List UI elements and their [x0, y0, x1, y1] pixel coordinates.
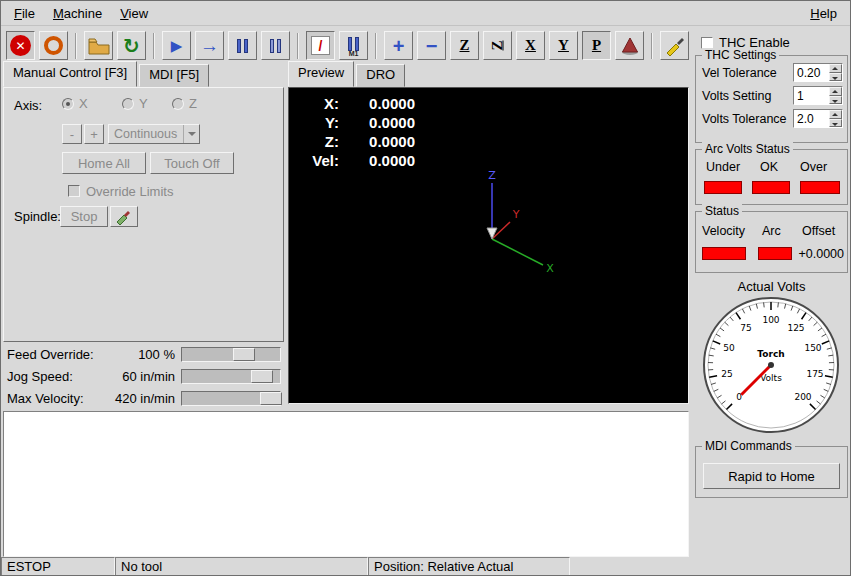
tab-manual-control[interactable]: Manual Control [F3] [3, 61, 137, 87]
radio-circle [122, 98, 134, 110]
skip-lines-toggle[interactable]: / [306, 31, 335, 60]
brush-icon [663, 34, 687, 58]
zoom-in-button[interactable]: + [384, 31, 413, 60]
run-button[interactable]: ▶ [162, 31, 191, 60]
offset-value: +0.0000 [792, 247, 844, 261]
rapid-to-home-button[interactable]: Rapid to Home [703, 463, 840, 489]
clear-plot-button[interactable] [660, 31, 689, 60]
chevron-down-icon [183, 125, 199, 143]
tab-preview[interactable]: Preview [288, 61, 354, 87]
axis-radio-y[interactable]: Y [122, 96, 148, 111]
view-z-rotated-button[interactable]: Z [483, 31, 512, 60]
tab-mdi[interactable]: MDI [F5] [139, 64, 209, 87]
spin-up-button[interactable] [829, 87, 842, 96]
reload-icon: ↻ [123, 36, 140, 56]
override-limits-label: Override Limits [86, 184, 173, 199]
zoom-out-button[interactable]: − [417, 31, 446, 60]
arc-under-led [704, 181, 742, 194]
volts-tolerance-spinbox[interactable]: 2.0 [793, 109, 843, 128]
preview-canvas[interactable]: X:0.0000 Y:0.0000 Z:0.0000 Vel:0.0000 Z … [288, 87, 689, 404]
velocity-label: Velocity [702, 224, 745, 238]
spin-down-button[interactable] [829, 119, 842, 128]
slider-thumb[interactable] [233, 348, 255, 361]
view-z-rotated-icon: Z [489, 40, 506, 50]
jog-speed-slider[interactable] [181, 369, 281, 384]
menu-file[interactable]: File [5, 3, 44, 24]
slider-thumb[interactable] [260, 392, 282, 405]
readout-row: X:0.0000 [299, 94, 415, 113]
view-y-button[interactable]: Y [549, 31, 578, 60]
max-velocity-value: 420 in/min [89, 391, 175, 406]
spindle-settings-button[interactable] [110, 206, 138, 227]
menu-view[interactable]: View [111, 3, 157, 24]
estop-icon: ✕ [10, 35, 31, 56]
stop-button[interactable] [261, 31, 290, 60]
spin-down-button[interactable] [829, 73, 842, 82]
radio-circle [172, 98, 184, 110]
volts-setting-label: Volts Setting [702, 89, 772, 103]
spin-down-button[interactable] [829, 96, 842, 105]
menu-help[interactable]: Help [801, 3, 846, 24]
tool-status-cell: No tool [115, 557, 368, 576]
axis-radio-x[interactable]: X [62, 96, 88, 111]
max-velocity-slider[interactable] [181, 391, 281, 406]
arc-volts-status-group: Arc Volts Status Under OK Over [695, 149, 848, 205]
touch-off-button[interactable]: Touch Off [150, 152, 234, 174]
reload-button[interactable]: ↻ [117, 31, 146, 60]
axis-radio-z[interactable]: Z [172, 96, 197, 111]
menubar: File Machine View Help [1, 1, 850, 26]
tab-dro[interactable]: DRO [356, 64, 405, 87]
home-all-button[interactable]: Home All [62, 152, 146, 174]
position-status-cell: Position: Relative Actual [368, 557, 570, 576]
optional-stop-toggle[interactable]: M1 [339, 31, 368, 60]
mdi-commands-group: MDI Commands Rapid to Home [695, 446, 848, 498]
axis-label: Axis: [14, 98, 42, 113]
view-z-button[interactable]: Z [450, 31, 479, 60]
rotate-view-button[interactable] [615, 31, 644, 60]
view-perspective-icon: P [592, 37, 601, 54]
machine-power-button[interactable] [39, 31, 68, 60]
toolbar-separator [651, 33, 653, 59]
svg-text:175: 175 [806, 369, 823, 379]
vel-tolerance-spinbox[interactable]: 0.20 [793, 63, 843, 82]
readout-row: Y:0.0000 [299, 113, 415, 132]
estop-button[interactable]: ✕ [6, 31, 35, 60]
toolbar-separator [75, 33, 77, 59]
menu-machine[interactable]: Machine [44, 3, 111, 24]
jog-plus-button[interactable]: + [84, 124, 104, 144]
view-x-button[interactable]: X [516, 31, 545, 60]
view-x-icon: X [525, 37, 536, 54]
manual-control-panel: Axis: X Y Z - + Continuous Home All Touc… [3, 87, 284, 342]
jog-increment-select[interactable]: Continuous [108, 124, 200, 144]
position-readout: X:0.0000 Y:0.0000 Z:0.0000 Vel:0.0000 [299, 94, 415, 170]
open-file-button[interactable] [84, 31, 113, 60]
arc-over-label: Over [800, 160, 827, 174]
arc-over-led [800, 181, 840, 194]
pause-button[interactable] [228, 31, 257, 60]
feed-override-slider[interactable] [181, 347, 281, 362]
volts-setting-spinbox[interactable]: 1 [793, 86, 843, 105]
x-axis-line [492, 239, 543, 265]
message-history[interactable] [3, 411, 689, 557]
override-limits-checkbox[interactable] [68, 185, 80, 197]
spindle-stop-button[interactable]: Stop [60, 206, 108, 227]
svg-text:125: 125 [787, 323, 804, 333]
thc-enable-checkbox[interactable] [701, 37, 713, 49]
step-button[interactable]: → [195, 31, 224, 60]
spin-up-button[interactable] [829, 64, 842, 73]
spin-up-button[interactable] [829, 110, 842, 119]
radio-circle [62, 98, 74, 110]
minus-icon: − [426, 36, 438, 56]
jog-increment-value: Continuous [109, 127, 183, 141]
axis-y-label: Y [139, 96, 148, 111]
power-icon [44, 36, 63, 55]
view-y-icon: Y [558, 37, 569, 54]
svg-text:25: 25 [721, 369, 732, 379]
preview-axes: Z Y X [437, 169, 567, 279]
override-sliders: Feed Override: 100 % Jog Speed: 60 in/mi… [3, 345, 284, 409]
slider-thumb[interactable] [251, 370, 273, 383]
statusbar: ESTOP No tool Position: Relative Actual [1, 557, 570, 576]
offset-label: Offset [802, 224, 835, 238]
jog-minus-button[interactable]: - [62, 124, 82, 144]
view-perspective-button[interactable]: P [582, 31, 611, 60]
